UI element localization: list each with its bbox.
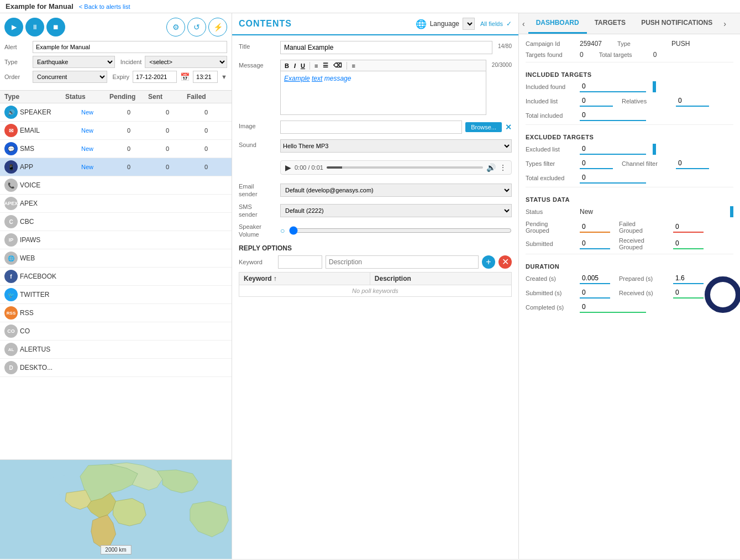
audio-play-button[interactable]: ▶ [285, 163, 291, 172]
channel-row-email[interactable]: ✉ EMAIL New 0 0 0 [0, 122, 232, 140]
pause-button[interactable]: ⏸ [25, 18, 44, 36]
alert-input[interactable] [33, 41, 227, 53]
underline-button[interactable]: U [299, 62, 307, 70]
channel-row-rss[interactable]: RSS RSS [0, 304, 232, 322]
keyword-input[interactable] [278, 255, 322, 269]
speaker-volume-slider[interactable] [289, 226, 512, 235]
pending-grouped-input[interactable] [580, 222, 610, 233]
email-icon: ✉ [4, 124, 18, 137]
status-row: Status New [526, 206, 733, 217]
sound-label: Sound [239, 139, 275, 148]
completed-input[interactable] [580, 302, 646, 313]
channel-row-apex[interactable]: APEX APEX [0, 195, 232, 213]
col-type: Type [4, 93, 65, 101]
tab-dashboard[interactable]: DASHBOARD [528, 13, 587, 34]
expiry-input[interactable] [133, 71, 177, 83]
included-list-input[interactable] [580, 96, 613, 107]
description-input[interactable] [326, 255, 479, 269]
apex-label: APEX [20, 200, 38, 207]
submitted-s-input[interactable] [580, 287, 610, 299]
title-input[interactable] [280, 41, 492, 54]
italic-button[interactable]: I [292, 62, 297, 70]
incident-select[interactable]: <select> [145, 56, 227, 68]
image-close-button[interactable]: ✕ [505, 123, 512, 132]
submitted-input[interactable] [580, 238, 610, 249]
checkmark-icon: ✓ [506, 20, 512, 28]
channel-row-twitter[interactable]: 🐦 TWITTER [0, 286, 232, 304]
browse-button[interactable]: Browse... [465, 122, 502, 132]
settings-button[interactable]: ⚙ [166, 18, 185, 36]
excluded-list-input[interactable] [580, 144, 646, 155]
speaker-volume-label: SpeakerVolume [239, 223, 275, 239]
calendar-icon[interactable]: 📅 [180, 72, 190, 81]
type-right-label: Type [617, 40, 667, 47]
language-select[interactable] [463, 18, 475, 30]
right-next-button[interactable]: › [720, 15, 729, 33]
channel-row-facebook[interactable]: f FACEBOOK [0, 268, 232, 286]
alertus-icon: AL [4, 343, 18, 356]
channel-row-voice[interactable]: 📞 VOICE [0, 176, 232, 195]
channel-row-alertus[interactable]: AL ALERTUS [0, 341, 232, 359]
channel-row-speaker[interactable]: 🔊 SPEAKER New 0 0 0 [0, 103, 232, 122]
types-filter-input[interactable] [580, 158, 613, 169]
created-input[interactable] [580, 273, 610, 284]
add-keyword-button[interactable]: + [482, 255, 495, 269]
sms-sender-select[interactable]: Default (2222) [280, 204, 512, 217]
web-label: WEB [20, 254, 35, 262]
channel-row-co[interactable]: CO CO [0, 322, 232, 341]
channel-filter-input[interactable] [676, 158, 709, 169]
more-options-button[interactable]: ≡ [350, 62, 356, 70]
image-input[interactable] [280, 121, 462, 134]
time-input[interactable] [193, 71, 218, 83]
email-sender-select[interactable]: Default (develop@genasys.com) [280, 184, 512, 197]
channel-row-sms[interactable]: 💬 SMS New 0 0 0 [0, 140, 232, 158]
right-prev-button[interactable]: ‹ [519, 15, 528, 33]
stop-button[interactable]: ⏹ [46, 18, 65, 36]
refresh-button[interactable]: ↺ [187, 18, 206, 36]
relatives-input[interactable] [676, 96, 709, 107]
message-textarea[interactable]: Example text message [280, 71, 486, 115]
channel-row-ipaws[interactable]: IP IPAWS [0, 231, 232, 249]
bold-button[interactable]: B [283, 62, 291, 70]
message-label: Message [239, 60, 275, 69]
received-grouped-input[interactable] [673, 238, 704, 249]
order-select[interactable]: Concurrent [33, 71, 107, 83]
rss-icon: RSS [4, 306, 18, 320]
tab-push-notifications[interactable]: PUSH NOTIFICATIONS [633, 13, 720, 34]
prepared-input[interactable] [673, 273, 704, 284]
time-dropdown-icon[interactable]: ▼ [221, 74, 227, 80]
received-s-input[interactable] [673, 287, 704, 299]
speaker-label: SPEAKER [20, 108, 51, 116]
contents-title: CONTENTS [239, 19, 292, 29]
channel-row-cbc[interactable]: C CBC [0, 213, 232, 231]
export-button[interactable]: ⚡ [208, 18, 227, 36]
type-right-value: PUSH [671, 40, 690, 48]
completed-row: Completed (s) [526, 302, 704, 313]
total-included-input[interactable] [580, 110, 646, 121]
play-button[interactable]: ▶ [4, 18, 23, 36]
app-icon: 📱 [4, 160, 18, 174]
total-excluded-input[interactable] [580, 172, 646, 184]
clear-format-button[interactable]: ⌫ [332, 61, 344, 70]
included-found-input[interactable] [580, 81, 646, 92]
audio-more-icon[interactable]: ⋮ [499, 163, 507, 172]
tab-targets[interactable]: TARGETS [587, 13, 633, 34]
types-channel-row: Types filter Channel filter [526, 158, 733, 169]
sort-icon[interactable]: ↑ [274, 275, 277, 282]
audio-volume-icon[interactable]: 🔊 [486, 163, 496, 172]
channel-row-desktop[interactable]: D DESKTO... [0, 359, 232, 377]
reply-options-title: REPLY OPTIONS [239, 244, 512, 252]
remove-keyword-button[interactable]: ✕ [498, 255, 512, 269]
channel-row-web[interactable]: 🌐 WEB [0, 249, 232, 268]
playback-controls: ▶ ⏸ ⏹ [4, 18, 65, 36]
channel-row-app[interactable]: 📱 APP New 0 0 0 [0, 158, 232, 176]
speaker-pending: 0 [109, 109, 148, 116]
failed-grouped-input[interactable] [673, 222, 704, 233]
unordered-list-button[interactable]: ☰ [321, 61, 330, 70]
audio-progress-bar[interactable] [327, 166, 483, 169]
type-select[interactable]: Earthquake [33, 56, 115, 68]
back-link[interactable]: < Back to alerts list [79, 3, 130, 10]
channel-name-apex: APEX APEX [4, 197, 65, 210]
ordered-list-button[interactable]: ≡ [313, 62, 319, 70]
sound-select[interactable]: Hello There MP3 [280, 139, 512, 153]
